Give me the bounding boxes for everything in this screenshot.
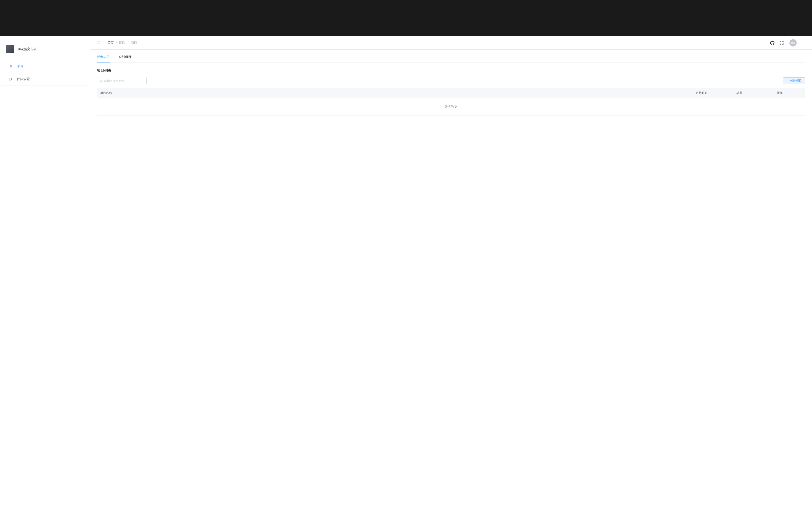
top-banner bbox=[0, 0, 812, 36]
project-table: 项目名称 更新时间 成员 操作 暂无数据 bbox=[97, 88, 805, 116]
team-selector[interactable]: 狸花猫突击队 bbox=[0, 41, 90, 60]
sidebar-item-projects[interactable]: 项目 bbox=[0, 60, 90, 73]
sidebar-menu: 项目 团队设置 bbox=[0, 60, 90, 86]
list-icon bbox=[8, 64, 13, 69]
sidebar-item-label: 项目 bbox=[17, 64, 24, 68]
svg-line-14 bbox=[101, 81, 102, 82]
svg-point-13 bbox=[100, 80, 101, 82]
fullscreen-button[interactable] bbox=[779, 40, 784, 46]
tabs: 我参与的 全部项目 bbox=[97, 52, 805, 62]
svg-rect-6 bbox=[9, 78, 12, 80]
header-actions: dem bbox=[770, 39, 805, 46]
search-wrap bbox=[97, 77, 146, 84]
col-header-member: 成员 bbox=[733, 88, 774, 98]
section-title: 项目列表 bbox=[97, 68, 805, 73]
user-avatar[interactable]: dem bbox=[789, 39, 797, 46]
tab-my-projects[interactable]: 我参与的 bbox=[97, 52, 110, 62]
table-header: 项目名称 更新时间 成员 操作 bbox=[97, 88, 805, 98]
caret-down-icon[interactable] bbox=[803, 42, 805, 44]
collapse-sidebar-button[interactable] bbox=[95, 39, 103, 47]
sidebar: 狸花猫突击队 项目 团队设置 bbox=[0, 36, 90, 508]
header: 首页 / 团队 / 项目 dem bbox=[90, 36, 812, 50]
settings-icon bbox=[8, 77, 13, 81]
search-icon bbox=[99, 79, 102, 82]
breadcrumb-home[interactable]: 首页 bbox=[108, 41, 114, 45]
chevron-down-icon bbox=[81, 48, 84, 50]
github-link[interactable] bbox=[770, 40, 775, 46]
app-container: 狸花猫突击队 项目 团队设置 bbox=[0, 36, 812, 508]
create-project-button[interactable]: ＋ 创建项目 bbox=[783, 77, 805, 84]
breadcrumb-sep: / bbox=[128, 41, 129, 45]
breadcrumb-project[interactable]: 项目 bbox=[131, 41, 137, 45]
col-header-action: 操作 bbox=[774, 88, 805, 98]
create-button-label: 创建项目 bbox=[790, 79, 802, 83]
sidebar-item-team-settings[interactable]: 团队设置 bbox=[0, 73, 90, 86]
team-avatar bbox=[6, 45, 14, 53]
toolbar: ＋ 创建项目 bbox=[97, 77, 805, 84]
team-name: 狸花猫突击队 bbox=[17, 47, 80, 51]
content: 我参与的 全部项目 项目列表 ＋ 创建项目 项目名 bbox=[90, 50, 812, 508]
plus-icon: ＋ bbox=[786, 79, 789, 82]
breadcrumb-sep: / bbox=[116, 41, 117, 45]
user-avatar-text: dem bbox=[790, 42, 795, 44]
main: 首页 / 团队 / 项目 dem bbox=[90, 36, 812, 508]
col-header-update-time: 更新时间 bbox=[692, 88, 733, 98]
breadcrumb-team[interactable]: 团队 bbox=[119, 41, 125, 45]
breadcrumb: 首页 / 团队 / 项目 bbox=[108, 41, 770, 45]
col-header-name: 项目名称 bbox=[97, 88, 692, 98]
table-empty: 暂无数据 bbox=[97, 98, 805, 116]
sidebar-item-label: 团队设置 bbox=[17, 77, 30, 81]
search-input[interactable] bbox=[97, 77, 146, 84]
tab-all-projects[interactable]: 全部项目 bbox=[119, 52, 131, 62]
